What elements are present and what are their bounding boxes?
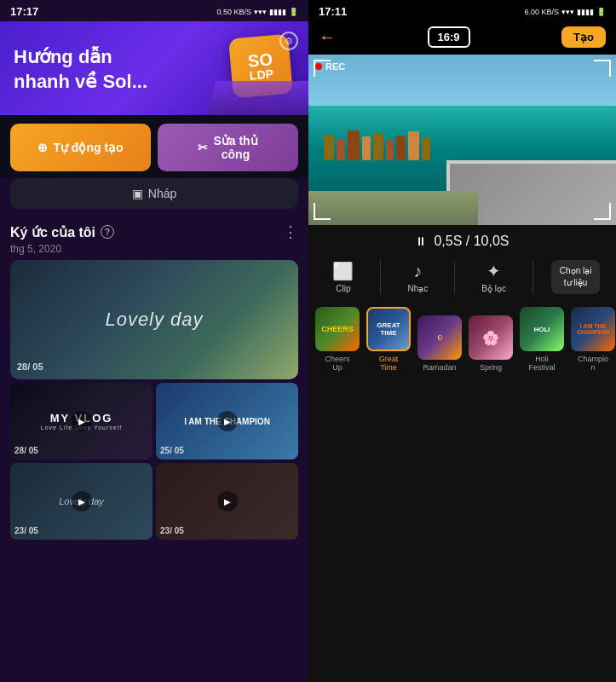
template-cheers-up[interactable]: CHEERS CheersUp [315, 307, 360, 372]
boat-5 [373, 133, 383, 160]
filter-icon: ✦ [486, 261, 501, 281]
harbor-scene [308, 55, 616, 225]
memory-thumb-vlog[interactable]: MY VLOG Love Life Love Yourself ▶ 28/ 05 [10, 383, 153, 459]
boat-2 [337, 139, 345, 160]
music-label: Nhạc [407, 284, 428, 293]
auto-create-button[interactable]: ⊕ Tự động tạo [10, 124, 151, 171]
corner-bracket-bl [314, 203, 331, 220]
memory-main-image: Lovely day [10, 260, 298, 379]
battery-icon: 🔋 [289, 8, 298, 16]
template-label-ramadan: Ramadan [423, 363, 456, 372]
boat-3 [348, 130, 360, 160]
memories-more-icon[interactable]: ⋮ [283, 223, 298, 241]
timeline-area: ⏸ 0,5S / 10,0S ⬜ Clip ♪ Nhạc ✦ Bộ lọc Ch… [308, 225, 616, 682]
chon-lai-button[interactable]: Chọn lại tư liệu [551, 260, 601, 294]
boat-6 [386, 140, 394, 160]
clip-icon: ⬜ [332, 261, 354, 281]
filter-label: Bộ lọc [481, 284, 506, 293]
signal-icon: ▮▮▮▮ [269, 8, 286, 16]
timer-text: 0,5S / 10,0S [434, 234, 509, 249]
memory-grid: Lovely day 28/ 05 MY VLOG Love Life Love… [0, 260, 308, 540]
wifi-icon: ▾▾▾ [254, 8, 267, 16]
info-icon[interactable]: ? [101, 225, 114, 239]
draft-icon: ▣ [132, 187, 143, 200]
template-thumb-holi: HOLI [520, 307, 564, 351]
settings-icon[interactable]: ⚙ [279, 32, 298, 50]
memory-main-caption: Lovely day [105, 309, 203, 331]
memory-row-1: MY VLOG Love Life Love Yourself ▶ 28/ 05… [10, 383, 298, 459]
draft-label: Nháp [148, 187, 176, 200]
right-wifi-icon: ▾▾▾ [561, 8, 574, 16]
template-champion[interactable]: I AM THE CHAMPION Champion [571, 307, 615, 372]
top-controls: ← 16:9 Tạo [308, 21, 616, 55]
memory-thumb-dark[interactable]: ▶ 23/ 05 [156, 463, 298, 540]
corner-bracket-tr [594, 60, 611, 77]
play-icon-3: ▶ [72, 491, 92, 512]
template-great-time[interactable]: GREATTIME GreatTime [366, 307, 411, 372]
template-thumb-ramadan: ☪ [417, 315, 462, 360]
template-label-cheers: CheersUp [325, 355, 349, 372]
right-status-time: 17:11 [319, 5, 347, 18]
boats-area [324, 109, 570, 160]
template-label-holi: HoliFestival [528, 355, 555, 372]
right-status-icons: 6.00 KB/S ▾▾▾ ▮▮▮▮ 🔋 [524, 8, 606, 16]
hero-title: Hướng dẫnnhanh về Sol... [14, 45, 147, 94]
hero-platform-decoration [206, 81, 308, 115]
ratio-badge[interactable]: 16:9 [428, 26, 470, 48]
filter-tool-button[interactable]: ✦ Bộ lọc [473, 257, 515, 297]
right-status-bar: 17:11 6.00 KB/S ▾▾▾ ▮▮▮▮ 🔋 [308, 0, 616, 21]
boat-7 [396, 136, 406, 160]
play-icon-2: ▶ [217, 411, 238, 431]
tool-buttons-row: ⬜ Clip ♪ Nhạc ✦ Bộ lọc Chọn lại tư liệu [308, 254, 616, 300]
timer-display: ⏸ 0,5S / 10,0S [308, 225, 616, 254]
left-panel: 17:17 0.50 KB/S ▾▾▾ ▮▮▮▮ 🔋 Hướng dẫnnhan… [0, 0, 308, 682]
kb-indicator: 0.50 KB/S [216, 8, 251, 16]
back-button[interactable]: ← [319, 27, 336, 47]
template-thumb-cheers: CHEERS [315, 307, 360, 351]
hero-banner[interactable]: Hướng dẫnnhanh về Sol... SO LDP ⚙ [0, 21, 308, 115]
logo-loop: LDP [249, 67, 273, 81]
manual-label: Sửa thủ công [213, 134, 257, 161]
memory-main-item[interactable]: Lovely day 28/ 05 [10, 260, 298, 379]
auto-icon: ⊕ [37, 141, 48, 154]
divider-3 [533, 260, 533, 294]
pause-icon[interactable]: ⏸ [415, 234, 427, 248]
right-battery-icon: 🔋 [596, 8, 606, 16]
template-label-great: GreatTime [379, 355, 399, 372]
template-label-champion: Champion [578, 355, 608, 372]
memory-row-2: Lovely day ▶ 23/ 05 ▶ 23/ 05 [10, 463, 298, 540]
template-ramadan[interactable]: ☪ Ramadan [417, 315, 462, 372]
template-spring[interactable]: 🌸 Spring [469, 315, 513, 372]
railing-bar [446, 160, 616, 164]
lovely2-badge: 23/ 05 [14, 525, 38, 535]
boat-1 [324, 135, 334, 160]
draft-button[interactable]: ▣ Nháp [10, 178, 298, 209]
right-signal-icon: ▮▮▮▮ [577, 8, 594, 16]
music-tool-button[interactable]: ♪ Nhạc [399, 258, 436, 297]
boat-8 [408, 131, 419, 160]
clip-tool-button[interactable]: ⬜ Clip [324, 257, 362, 297]
right-panel: 17:11 6.00 KB/S ▾▾▾ ▮▮▮▮ 🔋 ← 16:9 Tạo [308, 0, 616, 682]
divider-1 [380, 260, 381, 294]
corner-bracket-tl [314, 60, 331, 77]
memory-main-badge: 28/ 05 [17, 360, 43, 373]
manual-edit-button[interactable]: ✂ Sửa thủ công [158, 124, 298, 171]
template-strip: CHEERS CheersUp GREATTIME GreatTime ☪ Ra… [308, 300, 616, 379]
right-kb-indicator: 6.00 KB/S [524, 8, 559, 16]
left-status-time: 17:17 [10, 5, 38, 18]
action-buttons-row: ⊕ Tự động tạo ✂ Sửa thủ công [0, 115, 308, 178]
vlog-badge: 28/ 05 [14, 445, 38, 455]
corner-bracket-br [594, 203, 611, 220]
template-thumb-spring: 🌸 [469, 315, 513, 360]
scissors-icon: ✂ [198, 141, 208, 154]
tao-button[interactable]: Tạo [561, 26, 606, 48]
shore [308, 191, 478, 225]
memory-thumb-champion[interactable]: I AM THE CHAMPION ▶ 25/ 05 [156, 383, 298, 459]
boat-9 [422, 137, 430, 160]
left-status-bar: 17:17 0.50 KB/S ▾▾▾ ▮▮▮▮ 🔋 [0, 0, 308, 21]
memory-thumb-lovely2[interactable]: Lovely day ▶ 23/ 05 [10, 463, 153, 540]
champion-badge: 25/ 05 [160, 445, 184, 455]
clip-label: Clip [336, 284, 350, 293]
template-holi[interactable]: HOLI HoliFestival [520, 307, 564, 372]
divider-2 [454, 260, 455, 294]
